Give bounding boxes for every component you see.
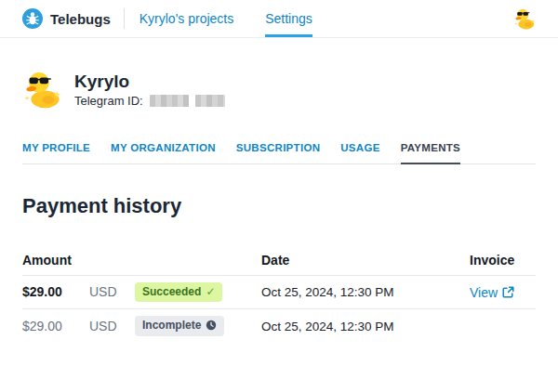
settings-tabs: MY PROFILE MY ORGANIZATION SUBSCRIPTION … bbox=[22, 142, 536, 164]
profile-avatar bbox=[22, 68, 65, 111]
status-label: Incomplete bbox=[142, 319, 201, 332]
brand[interactable]: Telebugs bbox=[22, 8, 111, 29]
profile-name: Kyrylo bbox=[74, 71, 225, 93]
profile-info: Kyrylo Telegram ID: bbox=[74, 71, 225, 109]
user-avatar[interactable] bbox=[513, 7, 538, 31]
nav-divider bbox=[124, 8, 125, 29]
tab-payments[interactable]: PAYMENTS bbox=[401, 142, 460, 164]
amount-value: $29.00 bbox=[22, 284, 80, 299]
status-label: Succeeded bbox=[142, 285, 201, 298]
page-title: Payment history bbox=[22, 194, 536, 218]
table-row: $29.00 USD Incomplete Oct 25, 2024, 12:3… bbox=[22, 309, 536, 343]
status-badge-incomplete: Incomplete bbox=[135, 316, 224, 335]
nav-links: Kyrylo's projects Settings bbox=[140, 0, 312, 37]
amount-cell: $29.00 USD Incomplete bbox=[22, 316, 261, 335]
status-badge-succeeded: Succeeded ✓ bbox=[135, 282, 222, 302]
amount-cell: $29.00 USD Succeeded ✓ bbox=[22, 282, 261, 302]
tab-my-organization[interactable]: MY ORGANIZATION bbox=[111, 142, 216, 164]
nav-item-projects[interactable]: Kyrylo's projects bbox=[140, 0, 233, 37]
clock-icon bbox=[206, 320, 217, 331]
invoice-link-label: View bbox=[470, 285, 498, 300]
duck-with-sunglasses-icon bbox=[513, 7, 538, 31]
brand-name: Telebugs bbox=[50, 11, 111, 27]
invoice-cell: View bbox=[470, 284, 536, 301]
col-header-invoice: Invoice bbox=[470, 253, 536, 268]
date-cell: Oct 25, 2024, 12:30 PM bbox=[261, 285, 470, 299]
telebugs-logo-icon bbox=[22, 8, 43, 29]
tab-my-profile[interactable]: MY PROFILE bbox=[22, 142, 90, 164]
check-icon: ✓ bbox=[206, 285, 215, 298]
date-cell: Oct 25, 2024, 12:30 PM bbox=[261, 320, 470, 333]
duck-with-sunglasses-icon bbox=[22, 68, 65, 111]
table-header-row: Amount Date Invoice bbox=[22, 244, 536, 276]
payment-history-table: Amount Date Invoice $29.00 USD Succeeded… bbox=[22, 244, 536, 343]
telegram-id-redacted bbox=[150, 95, 225, 107]
main-content: Kyrylo Telegram ID: MY PROFILE MY ORGANI… bbox=[0, 68, 558, 343]
top-nav: Telebugs Kyrylo's projects Settings bbox=[0, 0, 558, 38]
telegram-id-label: Telegram ID: bbox=[74, 94, 143, 108]
col-header-amount: Amount bbox=[22, 253, 261, 268]
col-header-date: Date bbox=[261, 253, 470, 268]
tab-subscription[interactable]: SUBSCRIPTION bbox=[236, 142, 321, 164]
external-link-icon bbox=[502, 286, 514, 298]
nav-item-settings[interactable]: Settings bbox=[265, 0, 312, 37]
amount-value: $29.00 bbox=[22, 319, 80, 333]
invoice-view-link[interactable]: View bbox=[470, 285, 514, 300]
currency-label: USD bbox=[89, 284, 121, 299]
tab-usage[interactable]: USAGE bbox=[340, 142, 379, 164]
profile-section: Kyrylo Telegram ID: bbox=[22, 68, 536, 111]
table-row: $29.00 USD Succeeded ✓ Oct 25, 2024, 12:… bbox=[22, 276, 536, 309]
telegram-id-row: Telegram ID: bbox=[74, 94, 225, 108]
currency-label: USD bbox=[89, 319, 121, 333]
